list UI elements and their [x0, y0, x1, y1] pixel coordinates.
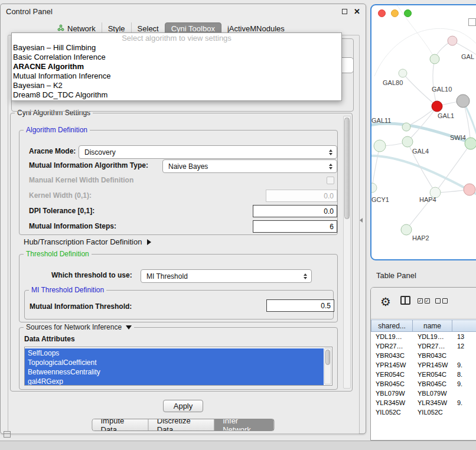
select-all-icon[interactable]	[418, 298, 430, 304]
table-cell: YDL19…	[413, 333, 452, 340]
control-panel-titlebar[interactable]: Control Panel ✕	[1, 4, 366, 18]
settings-scrollbar-thumb[interactable]	[344, 118, 350, 219]
table-row[interactable]: YBL079WYBL079W	[371, 389, 476, 398]
table-cell: YDR27…	[413, 343, 452, 350]
attribute-item-selfloops[interactable]: SelfLoops	[25, 348, 324, 358]
which-threshold-select[interactable]: MI Threshold	[141, 269, 312, 283]
table-panel-title: Table Panel	[376, 271, 416, 280]
bottom-tab-discretize-data[interactable]: Discretize Data	[148, 419, 214, 431]
manual-kernel-checkbox	[327, 177, 334, 184]
attributes-scrollbar[interactable]	[324, 348, 331, 384]
zoom-traffic-icon[interactable]	[404, 9, 412, 17]
table-header-cell-shared[interactable]: shared...	[371, 319, 413, 332]
data-attributes-list[interactable]: SelfLoopsTopologicalCoefficientBetweenne…	[24, 347, 332, 386]
deselect-all-icon[interactable]	[435, 298, 448, 304]
node-label-gal80: GAL80	[383, 79, 403, 86]
aracne-mode-label: Aracne Mode:	[29, 147, 76, 155]
mi-threshold-input[interactable]	[266, 299, 334, 312]
tab-label: jActiveMNodules	[227, 24, 285, 33]
table-cell: 13	[452, 333, 476, 340]
table-header-cell-name[interactable]: name	[413, 319, 452, 332]
network-node[interactable]	[399, 69, 407, 77]
attributes-scrollbar-thumb[interactable]	[325, 350, 330, 365]
mi-steps-input[interactable]	[253, 220, 337, 233]
close-traffic-icon[interactable]	[378, 9, 386, 17]
node-label-gal: GAL	[461, 53, 474, 60]
network-node[interactable]	[457, 94, 470, 107]
network-node[interactable]	[430, 54, 439, 64]
bottom-tab-impute-data[interactable]: Impute Data	[93, 419, 148, 431]
close-window-icon[interactable]: ✕	[354, 8, 360, 15]
attribute-item-gal4rgexp[interactable]: gal4RGexp	[25, 377, 324, 386]
threshold-definition-title: Threshold Definition	[24, 250, 92, 258]
table-row[interactable]: YLR345WYLR345W9.	[371, 398, 476, 407]
network-node[interactable]	[402, 123, 410, 131]
table-header-cell-2[interactable]	[452, 319, 476, 332]
hidden-panel-icon[interactable]	[4, 431, 11, 438]
network-view-window: GALGAL80GAL10GAL11GAL1SWI4GAL4GCY1HAP4HA…	[370, 4, 476, 260]
network-scrollbar-corner[interactable]	[468, 18, 476, 26]
apply-button[interactable]: Apply	[163, 400, 203, 412]
tab-label: Style	[108, 24, 125, 33]
dpi-tolerance-input[interactable]	[253, 205, 337, 217]
algorithm-option-bayesian-k2[interactable]: Bayesian – K2	[12, 81, 341, 90]
node-label-swi4: SWI4	[450, 134, 466, 141]
table-cell: 9.	[452, 399, 476, 406]
table-row[interactable]: YIL052CYIL052C	[371, 407, 476, 417]
table-toolbar: ⚙	[371, 288, 476, 319]
sources-group-title[interactable]: Sources for Network Inference	[24, 323, 134, 331]
manual-kernel-label: Manual Kernel Width Definition	[29, 176, 133, 184]
network-node[interactable]	[402, 136, 413, 147]
algorithm-option-bayesian-hill-climbing[interactable]: Bayesian – Hill Climbing	[12, 43, 341, 53]
desktop: Control Panel ✕ NetworkStyleSelectCyni T…	[0, 0, 476, 450]
splitter-handle[interactable]	[360, 218, 363, 223]
attribute-item-topologicalcoefficient[interactable]: TopologicalCoefficient	[25, 358, 324, 367]
algorithm-option-mutual-information-inference[interactable]: Mutual Information Inference	[12, 71, 341, 81]
table-row[interactable]: YBR043CYBR043C	[371, 351, 476, 360]
network-node[interactable]	[401, 224, 412, 235]
table-row[interactable]: YPR145WYPR145W9.	[371, 360, 476, 370]
algorithm-option-aracne-algorithm[interactable]: ARACNE Algorithm	[12, 62, 341, 71]
network-node[interactable]	[371, 183, 377, 193]
node-label-gal4: GAL4	[412, 148, 429, 155]
table-row[interactable]: YDL19…YDL19…13	[371, 332, 476, 341]
float-window-icon[interactable]	[342, 9, 347, 14]
network-node[interactable]	[465, 138, 476, 149]
attribute-item-betweennesscentrality[interactable]: BetweennessCentrality	[25, 367, 324, 377]
algorithm-option-dream8-dc-tdc-algorithm[interactable]: Dream8 DC_TDC Algorithm	[12, 90, 341, 100]
popup-placeholder: Select algorithm to view settings	[12, 34, 341, 43]
table-rows: YDL19…YDL19…13YDR27…YDR27…12YBR043CYBR04…	[371, 332, 476, 440]
table-row[interactable]: YER054CYER054C8.	[371, 370, 476, 379]
attr-items: SelfLoopsTopologicalCoefficientBetweenne…	[25, 348, 332, 386]
minimize-traffic-icon[interactable]	[391, 9, 399, 17]
mi-algorithm-type-select[interactable]: Naive Bayes	[162, 159, 337, 173]
settings-scrollbar[interactable]	[343, 116, 351, 389]
tab-label: Cyni Toolbox	[171, 24, 215, 33]
table-cell: YBR043C	[371, 352, 413, 359]
bottom-status-bar	[0, 441, 476, 450]
bottom-tab-infer-network[interactable]: Infer Network	[214, 419, 273, 431]
network-node[interactable]	[432, 101, 442, 112]
tab-label: Select	[138, 24, 159, 33]
gear-icon[interactable]: ⚙	[380, 292, 391, 311]
aracne-mode-select[interactable]: Discovery	[79, 145, 337, 159]
columns-icon[interactable]	[400, 296, 410, 305]
network-canvas[interactable]: GALGAL80GAL10GAL11GAL1SWI4GAL4GCY1HAP4HA…	[371, 5, 476, 259]
network-node[interactable]	[448, 36, 457, 45]
kernel-width-label: Kernel Width (0,1):	[29, 191, 92, 200]
algorithm-option-basic-correlation-inference[interactable]: Basic Correlation Inference	[12, 53, 341, 62]
table-row[interactable]: YDR27…YDR27…12	[371, 341, 476, 351]
algorithm-dropdown-popup: Select algorithm to view settings Bayesi…	[11, 32, 342, 101]
table-row[interactable]: YBR045CYBR045C9.	[371, 379, 476, 389]
table-cell: YBR045C	[371, 380, 413, 387]
which-threshold-value: MI Threshold	[146, 272, 188, 281]
network-node[interactable]	[464, 184, 475, 195]
hub-section-toggle[interactable]: Hub/Transcription Factor Definition	[24, 237, 151, 246]
network-node[interactable]	[374, 140, 386, 152]
table-cell: YBR043C	[413, 352, 452, 359]
sources-group: Sources for Network Inference Data Attri…	[19, 327, 338, 390]
node-label-gal10: GAL10	[432, 86, 452, 93]
network-node-labels: GALGAL80GAL10GAL11GAL1SWI4GAL4GCY1HAP4HA…	[371, 53, 474, 242]
kernel-width-input	[266, 190, 337, 202]
mi-threshold-group: MI Threshold Definition Mutual Informati…	[24, 290, 334, 319]
